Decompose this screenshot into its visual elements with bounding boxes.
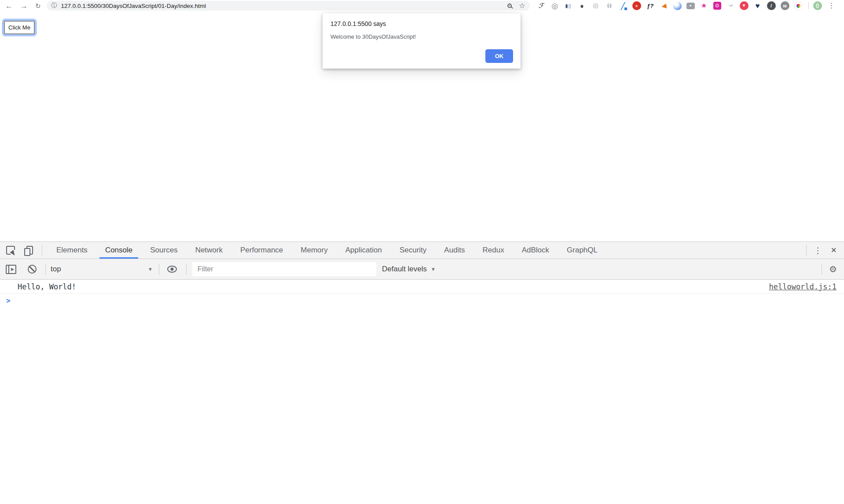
url-text[interactable]: 127.0.0.1:5500/30DaysOfJavaScript/01-Day… <box>61 3 206 9</box>
bookmark-star-icon[interactable]: ☆ <box>519 2 525 9</box>
zoom-icon[interactable] <box>507 4 512 8</box>
extensions-strip: ℱ ◎ ▮▯ ● ⊛ (-) ╱ * ƒ? ◀ ● ★ ⚙ ⌐ ▾ ♥ / w <box>537 1 803 10</box>
console-prompt[interactable]: > <box>0 294 844 307</box>
devtools-tabbar: Elements Console Sources Network Perform… <box>0 242 844 259</box>
pocket-extension-icon[interactable]: ▾ <box>740 1 749 10</box>
browser-menu-icon[interactable]: ⋮ <box>828 2 835 9</box>
tab-adblock[interactable]: AdBlock <box>513 242 558 259</box>
log-levels-dropdown[interactable]: Default levels ▼ <box>382 265 436 274</box>
sphere-extension-icon[interactable] <box>673 2 682 10</box>
alert-ok-button[interactable]: OK <box>485 49 513 63</box>
devtools-close-icon[interactable]: × <box>829 245 844 255</box>
camera-extension-icon[interactable]: ● <box>686 3 695 9</box>
console-toolbar-separator-1 <box>45 264 46 275</box>
pocket-glyph: ▾ <box>743 3 745 8</box>
browser-nav-group: ← → ↻ <box>0 2 41 10</box>
tab-sources[interactable]: Sources <box>141 242 186 259</box>
console-message-text: Hello, World! <box>18 282 76 291</box>
bug-extension-icon[interactable]: ● <box>578 1 587 11</box>
forward-icon[interactable]: → <box>20 2 28 10</box>
devtools-panel: Elements Console Sources Network Perform… <box>0 241 844 504</box>
inspect-element-icon[interactable] <box>6 246 15 255</box>
context-label: top <box>51 265 61 274</box>
tab-memory[interactable]: Memory <box>292 242 336 259</box>
live-expression-eye-icon[interactable] <box>167 266 177 273</box>
settings-gear-icon[interactable]: ⚙ <box>829 265 839 274</box>
eyedropper-extension-icon[interactable]: ╱ <box>619 1 627 10</box>
tabbar-right-controls: ⋮ × <box>806 242 844 259</box>
console-toolbar: top ▼ Default levels ▼ ⚙ <box>0 259 844 280</box>
stop-hand-extension-icon[interactable]: * <box>632 1 641 10</box>
console-message-row: Hello, World! helloworld.js:1 <box>0 280 844 294</box>
alert-dialog: 127.0.0.1:5500 says Welcome to 30DaysOfJ… <box>323 13 521 69</box>
script-f-extension-icon[interactable]: ℱ <box>537 1 546 10</box>
pinned-extension-area: {} <box>813 1 822 10</box>
tab-network[interactable]: Network <box>187 242 231 259</box>
alert-dialog-title: 127.0.0.1:5500 says <box>330 20 513 27</box>
pink-star-extension-icon[interactable]: ★ <box>700 1 708 10</box>
target-extension-icon[interactable]: ◎ <box>550 1 559 10</box>
tab-elements[interactable]: Elements <box>48 242 96 259</box>
json-braces-extension-icon[interactable]: {} <box>813 1 822 10</box>
console-toolbar-right: ⚙ <box>822 264 839 275</box>
chevron-down-icon: ▼ <box>148 267 153 272</box>
pipe-extension-icon[interactable]: ⌐ <box>726 1 735 10</box>
reload-icon[interactable]: ↻ <box>35 3 41 9</box>
megaphone-extension-icon[interactable]: ◀ <box>659 1 669 11</box>
click-me-button[interactable]: Click Me <box>4 21 35 34</box>
chevron-down-icon: ▼ <box>431 267 436 272</box>
tab-security[interactable]: Security <box>391 242 435 259</box>
console-sidebar-toggle-icon[interactable] <box>6 265 16 274</box>
console-prompt-chevron-icon: > <box>6 296 11 305</box>
address-bar[interactable]: ⓘ 127.0.0.1:5500/30DaysOfJavaScript/01-D… <box>47 1 530 11</box>
panels-extension-icon[interactable]: ▮▯ <box>564 1 573 10</box>
console-output: Hello, World! helloworld.js:1 > <box>0 280 844 307</box>
devtools-tabs: Elements Console Sources Network Perform… <box>48 242 606 259</box>
device-toolbar-icon[interactable] <box>26 246 33 255</box>
console-toolbar-separator-3 <box>186 264 187 275</box>
tab-application[interactable]: Application <box>337 242 391 259</box>
slash-circle-extension-icon[interactable]: / <box>767 1 776 10</box>
log-levels-label: Default levels <box>382 265 427 274</box>
heart-extension-icon[interactable]: ♥ <box>753 1 762 10</box>
console-toolbar-separator-2 <box>159 264 159 275</box>
redux-gear-extension-icon[interactable]: ⚙ <box>713 2 721 10</box>
function-help-extension-icon[interactable]: ƒ? <box>646 1 655 10</box>
back-icon[interactable]: ← <box>5 2 13 10</box>
tab-console[interactable]: Console <box>96 242 141 259</box>
parentheses-extension-icon[interactable]: (-) <box>605 1 614 10</box>
tab-performance[interactable]: Performance <box>231 242 292 259</box>
console-filter-input[interactable] <box>192 262 376 276</box>
clear-console-icon[interactable] <box>28 265 37 274</box>
toolbar-separator <box>808 2 809 9</box>
javascript-context-dropdown[interactable]: top ▼ <box>51 265 153 274</box>
rainbow-ring-extension-icon[interactable] <box>794 2 803 10</box>
console-toolbar-separator-4 <box>822 264 822 275</box>
stop-hand-glyph: * <box>635 4 638 10</box>
console-source-link[interactable]: helloworld.js:1 <box>769 282 837 291</box>
alert-dialog-message: Welcome to 30DaysOfJavaScript! <box>330 33 513 40</box>
wayback-extension-icon[interactable]: w <box>781 1 789 10</box>
tabbar-separator <box>42 245 42 256</box>
tab-audits[interactable]: Audits <box>435 242 473 259</box>
site-info-icon[interactable]: ⓘ <box>51 2 57 10</box>
browser-toolbar: ← → ↻ ⓘ 127.0.0.1:5500/30DaysOfJavaScrip… <box>0 0 844 11</box>
devtools-menu-icon[interactable]: ⋮ <box>807 245 829 256</box>
tab-graphql[interactable]: GraphQL <box>558 242 606 259</box>
react-devtools-extension-icon[interactable]: ⊛ <box>591 1 600 10</box>
tab-redux[interactable]: Redux <box>474 242 513 259</box>
